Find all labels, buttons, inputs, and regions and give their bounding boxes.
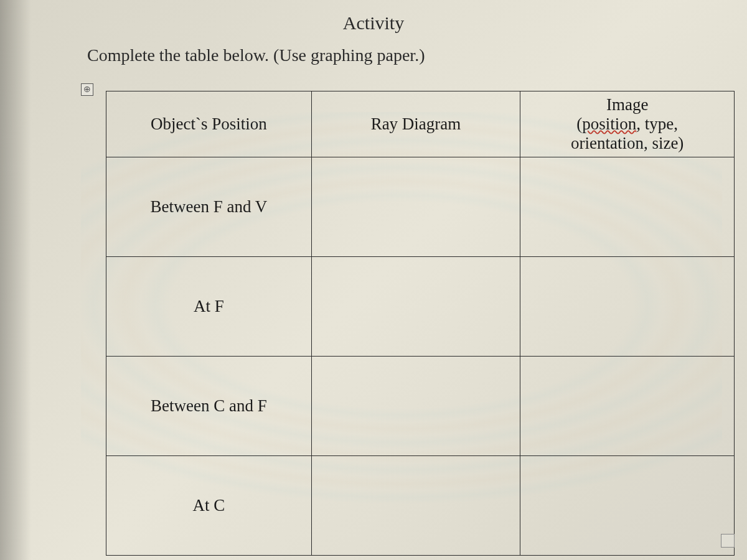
table-row: Between F and V bbox=[106, 157, 735, 256]
instruction-text: Complete the table below. (Use graphing … bbox=[87, 45, 425, 66]
header-image-line1: Image bbox=[525, 95, 729, 114]
table-row: Between C and F bbox=[106, 356, 735, 455]
cell-image bbox=[520, 455, 735, 555]
header-image-line2-pre: ( bbox=[576, 114, 582, 133]
page-title: Activity bbox=[25, 12, 722, 34]
activity-table-wrap: Object`s Position Ray Diagram Image (pos… bbox=[106, 91, 722, 556]
anchor-glyph: ⊕ bbox=[83, 84, 91, 95]
header-image-line2-post: , type, bbox=[636, 114, 678, 133]
cell-ray-diagram bbox=[311, 157, 520, 256]
cell-object-position: At F bbox=[106, 256, 312, 356]
table-row: At C bbox=[106, 455, 735, 555]
header-image: Image (position, type, orientation, size… bbox=[520, 91, 735, 157]
resize-handle-icon bbox=[721, 534, 735, 548]
cell-object-position: Between C and F bbox=[106, 356, 312, 455]
header-object-position: Object`s Position bbox=[106, 91, 312, 157]
cell-ray-diagram bbox=[311, 256, 520, 356]
cell-ray-diagram bbox=[311, 455, 520, 555]
table-header-row: Object`s Position Ray Diagram Image (pos… bbox=[106, 91, 735, 157]
header-image-position-word: position bbox=[582, 114, 636, 133]
cell-image bbox=[520, 356, 735, 455]
table-row: At F bbox=[106, 256, 735, 356]
instruction-row: Complete the table below. (Use graphing … bbox=[87, 45, 722, 66]
cell-image bbox=[520, 157, 735, 256]
cell-object-position: At C bbox=[106, 455, 312, 555]
activity-table: Object`s Position Ray Diagram Image (pos… bbox=[106, 91, 735, 556]
header-ray-diagram: Ray Diagram bbox=[311, 91, 520, 157]
header-image-line2: (position, type, bbox=[525, 114, 729, 134]
cell-image bbox=[520, 256, 735, 356]
cell-ray-diagram bbox=[311, 356, 520, 455]
header-image-line3: orientation, size) bbox=[525, 134, 729, 153]
cell-object-position: Between F and V bbox=[106, 157, 312, 256]
table-anchor-icon: ⊕ bbox=[81, 83, 93, 96]
